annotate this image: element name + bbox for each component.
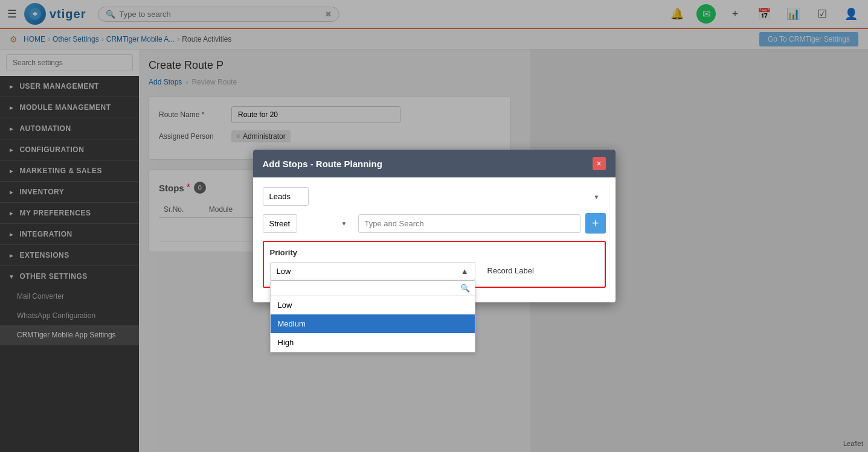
priority-search-input[interactable] [275, 284, 460, 293]
priority-option-medium[interactable]: Medium [271, 314, 475, 333]
modal-overlay: Add Stops - Route Planning × Leads Conta… [0, 0, 868, 452]
modal-close-button[interactable]: × [593, 157, 606, 170]
add-stops-modal: Add Stops - Route Planning × Leads Conta… [253, 150, 616, 302]
field-select[interactable]: Street City [263, 214, 297, 233]
priority-dropdown-wrap: Low ▲ 🔍 Low Medium High [270, 262, 475, 281]
priority-option-high[interactable]: High [271, 333, 475, 352]
priority-select-display[interactable]: Low ▲ [270, 262, 475, 281]
module-select-wrap: Leads Contacts Accounts [263, 187, 606, 206]
priority-current-value: Low [277, 267, 291, 276]
record-label-text: Record Label [487, 266, 534, 275]
priority-dropdown: 🔍 Low Medium High [270, 281, 475, 352]
modal-header: Add Stops - Route Planning × [253, 150, 616, 177]
priority-label: Priority [270, 248, 475, 257]
priority-arrow-icon: ▲ [461, 267, 469, 276]
field-select-wrap: Street City [263, 214, 353, 233]
priority-section: Priority Low ▲ 🔍 Low [263, 241, 606, 288]
priority-column: Priority Low ▲ 🔍 Low [270, 248, 475, 281]
record-label-column: Record Label [487, 265, 534, 276]
add-stop-plus-button[interactable]: + [585, 213, 606, 234]
street-search-row: Street City + [263, 213, 606, 234]
type-and-search-input[interactable] [358, 214, 580, 233]
priority-option-low[interactable]: Low [271, 296, 475, 314]
module-row: Leads Contacts Accounts [263, 187, 606, 206]
priority-search: 🔍 [271, 281, 475, 296]
modal-body: Leads Contacts Accounts Street City + [253, 177, 616, 302]
module-select[interactable]: Leads Contacts Accounts [263, 187, 309, 206]
modal-title: Add Stops - Route Planning [263, 159, 382, 169]
priority-search-icon: 🔍 [460, 284, 470, 293]
